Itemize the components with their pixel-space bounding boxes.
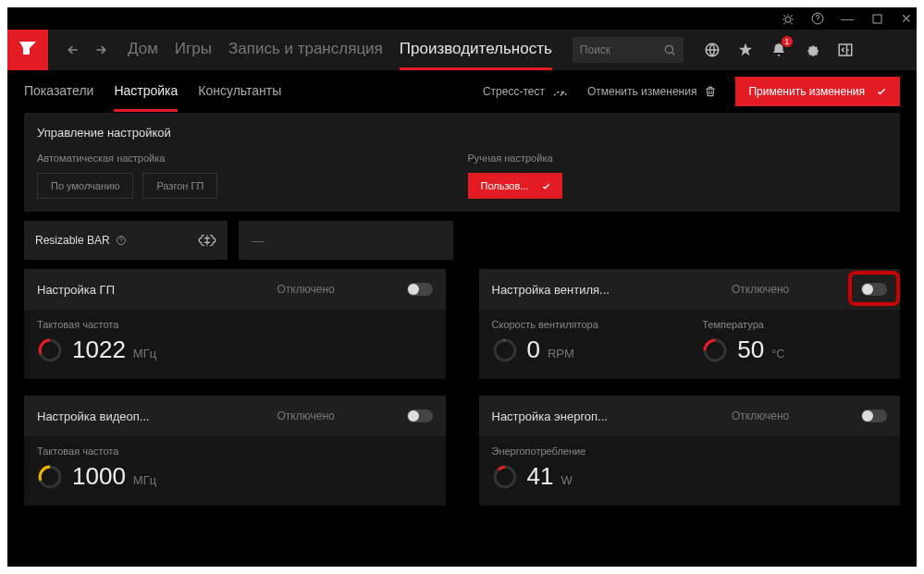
power-metric-label: Энергопотребление	[492, 446, 888, 457]
tab-games[interactable]: Игры	[175, 31, 212, 70]
fan-card-status: Отключено	[732, 283, 861, 296]
gear-icon[interactable]	[802, 40, 822, 60]
gpu-toggle[interactable]	[407, 283, 433, 296]
fan-speed-unit: RPM	[548, 347, 574, 360]
nav-forward-button[interactable]	[87, 36, 115, 64]
temp-unit: °C	[771, 347, 785, 360]
tab-performance[interactable]: Производительность	[400, 31, 552, 70]
svg-point-0	[785, 17, 791, 22]
search-placeholder: Поиск	[580, 43, 610, 56]
maximize-button[interactable]	[870, 12, 883, 25]
tab-streaming[interactable]: Запись и трансляция	[228, 31, 383, 70]
check-icon	[876, 86, 887, 97]
gpu-metric-label: Тактовая частота	[37, 319, 433, 330]
gpu-clock-value: 1022	[72, 336, 126, 364]
preset-default-button[interactable]: По умолчанию	[37, 173, 133, 199]
annotation-highlight	[848, 271, 900, 306]
search-input[interactable]: Поиск	[573, 37, 684, 63]
minimize-button[interactable]: —	[841, 12, 854, 25]
temp-value: 50	[737, 336, 764, 364]
vram-clock-unit: МГц	[133, 473, 156, 487]
preset-overclock-button[interactable]: Разгон ГП	[142, 173, 217, 199]
gpu-tuning-card: Настройка ГП Отключено Тактовая частота …	[24, 269, 446, 379]
vram-clock-value: 1000	[72, 462, 126, 491]
preset-custom-label: Пользов...	[481, 180, 529, 191]
vram-toggle[interactable]	[407, 409, 433, 422]
svg-point-11	[495, 467, 515, 487]
apply-label: Применить изменения	[748, 85, 865, 98]
discard-label: Отменить изменения	[587, 85, 696, 98]
gauge-icon	[492, 464, 518, 490]
titlebar: — ✕	[7, 7, 917, 30]
auto-tuning-label: Автоматическая настройка	[37, 153, 457, 164]
help-icon[interactable]	[811, 12, 824, 25]
amd-logo[interactable]	[7, 30, 48, 70]
gpu-card-status: Отключено	[277, 283, 407, 296]
fan-card-title: Настройка вентиля...	[492, 283, 733, 297]
gauge-icon	[37, 464, 63, 490]
brain-icon	[198, 233, 216, 248]
bell-icon[interactable]: 1	[769, 40, 789, 60]
gauge-icon	[492, 337, 518, 363]
check-icon	[541, 181, 551, 191]
main-tabs: Дом Игры Запись и трансляция Производите…	[128, 31, 552, 70]
resizable-bar-label: Resizable BAR	[35, 234, 110, 247]
resizable-bar-row: Resizable BAR —	[24, 221, 900, 260]
header-icons: 1	[702, 40, 856, 60]
resizable-bar-item[interactable]: Resizable BAR	[24, 221, 228, 260]
tab-home[interactable]: Дом	[128, 31, 158, 70]
vram-tuning-card: Настройка видеоп... Отключено Тактовая ч…	[24, 396, 446, 506]
svg-point-8	[495, 340, 515, 360]
tuning-control-panel: Управление настройкой Автоматическая нас…	[24, 113, 900, 212]
app-window: — ✕ Дом Игры Запись и трансляция Произво…	[7, 7, 917, 567]
gauge-icon	[702, 337, 728, 363]
stress-test-label: Стресс-тест	[483, 85, 545, 98]
star-icon[interactable]	[735, 40, 756, 60]
tuning-grid: Настройка ГП Отключено Тактовая частота …	[24, 269, 900, 506]
auto-tuning-section: Автоматическая настройка По умолчанию Ра…	[37, 153, 457, 199]
nav-back-button[interactable]	[59, 36, 87, 64]
manual-tuning-label: Ручная настройка	[468, 153, 888, 164]
subtab-metrics[interactable]: Показатели	[24, 72, 93, 112]
search-icon	[663, 43, 676, 56]
content: Управление настройкой Автоматическая нас…	[7, 113, 917, 567]
sub-tabs: Показатели Настройка Консультанты	[24, 72, 281, 112]
gauge-icon	[37, 337, 63, 363]
gauge-icon	[552, 85, 569, 98]
trash-icon	[704, 85, 717, 98]
power-card-title: Настройка энергоп...	[492, 409, 733, 423]
vram-card-title: Настройка видеоп...	[37, 409, 277, 423]
subtab-advisors[interactable]: Консультанты	[198, 72, 281, 112]
gpu-card-title: Настройка ГП	[37, 283, 277, 297]
resizable-bar-value: —	[239, 221, 453, 260]
bug-icon[interactable]	[782, 12, 795, 25]
temp-label: Температура	[702, 319, 887, 330]
fan-speed-label: Скорость вентилятора	[492, 319, 677, 330]
discard-button[interactable]: Отменить изменения	[587, 85, 717, 98]
svg-rect-2	[873, 15, 881, 23]
dock-icon[interactable]	[835, 40, 856, 60]
power-tuning-card: Настройка энергоп... Отключено Энергопот…	[479, 396, 901, 506]
preset-custom-button[interactable]: Пользов...	[468, 173, 563, 199]
svg-point-3	[665, 45, 672, 53]
manual-tuning-section: Ручная настройка Пользов...	[468, 153, 888, 199]
stress-test-button[interactable]: Стресс-тест	[483, 85, 569, 98]
subtab-tuning[interactable]: Настройка	[114, 72, 178, 112]
power-unit: W	[561, 473, 572, 487]
vram-metric-label: Тактовая частота	[37, 446, 433, 457]
subbar: Показатели Настройка Консультанты Стресс…	[7, 70, 917, 113]
notification-badge: 1	[782, 36, 793, 47]
fan-speed-value: 0	[527, 336, 540, 364]
power-toggle[interactable]	[861, 409, 887, 422]
web-icon[interactable]	[702, 40, 722, 60]
power-value: 41	[527, 462, 554, 491]
topbar: Дом Игры Запись и трансляция Производите…	[7, 30, 917, 70]
info-icon	[116, 235, 127, 246]
control-header: Управление настройкой	[24, 113, 900, 153]
gpu-clock-unit: МГц	[133, 347, 156, 360]
power-card-status: Отключено	[732, 409, 861, 422]
vram-card-status: Отключено	[277, 409, 407, 422]
fan-tuning-card: Настройка вентиля... Отключено Скорость …	[479, 269, 901, 379]
close-button[interactable]: ✕	[900, 12, 913, 25]
apply-button[interactable]: Применить изменения	[735, 77, 900, 106]
